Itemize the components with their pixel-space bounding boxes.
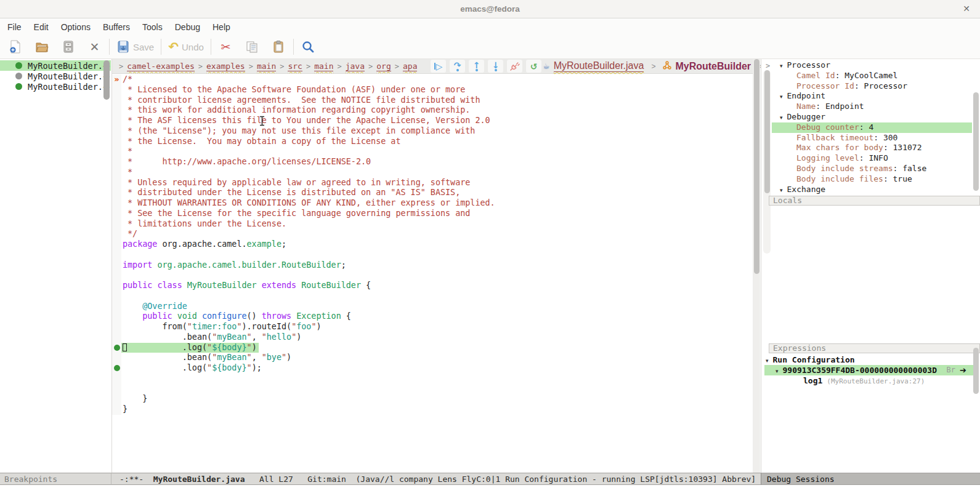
code-line-16[interactable]: */: [112, 229, 753, 239]
session-field-debug-counter[interactable]: Debug counter: 4: [772, 122, 972, 133]
expression-node-990913c359ff4db-000000000000003d[interactable]: ▾990913C359FF4DB-000000000000003DBr➔: [764, 365, 974, 375]
fringe[interactable]: [112, 291, 121, 302]
session-left-scrollbar[interactable]: [763, 70, 771, 254]
breadcrumb-item-src[interactable]: src: [288, 62, 302, 71]
code-line-18[interactable]: [112, 250, 753, 260]
breadcrumb-item-main[interactable]: main: [314, 62, 333, 71]
code-line-24[interactable]: public void configure() throws Exception…: [112, 311, 753, 322]
titlebar[interactable]: emacs@fedora ✕: [0, 0, 980, 18]
fringe[interactable]: [112, 311, 121, 322]
fringe[interactable]: [112, 85, 121, 95]
code-line-29[interactable]: .log("${body}");: [112, 363, 753, 374]
sidebar-scrollbar-thumb[interactable]: [103, 60, 110, 100]
menu-tools[interactable]: Tools: [136, 22, 169, 32]
code-line-28[interactable]: .bean("myBean", "bye"): [112, 353, 753, 363]
code-line-31[interactable]: [112, 384, 753, 395]
undo-button[interactable]: ↶ Undo: [163, 35, 209, 58]
code-line-6[interactable]: * (the "License"); you may not use this …: [112, 126, 753, 137]
code-line-23[interactable]: @Override: [112, 302, 753, 312]
debug-continue-icon[interactable]: ▷: [431, 60, 446, 73]
fringe[interactable]: [112, 353, 121, 363]
session-node-endpoint[interactable]: ▾Endpoint: [772, 91, 972, 102]
session-field-camel-id[interactable]: Camel Id: MyCoolCamel: [772, 71, 972, 81]
session-node-processor[interactable]: ▾Processor: [772, 60, 972, 71]
sidebar-scrollbar[interactable]: [103, 59, 110, 473]
close-buffer-icon[interactable]: ✕: [81, 35, 108, 58]
code-line-21[interactable]: public class MyRouteBuilder extends Rout…: [112, 281, 753, 291]
code-line-5[interactable]: * The ASF licenses this file to You unde…: [112, 116, 753, 126]
fringe[interactable]: [112, 302, 121, 312]
fringe[interactable]: [112, 137, 121, 147]
editor-modeline[interactable]: -:**- MyRouteBuilder.java All L27 Git:ma…: [111, 473, 761, 485]
debug-disconnect-icon[interactable]: [507, 60, 522, 73]
fringe[interactable]: [112, 146, 121, 157]
code-line-33[interactable]: }: [112, 404, 753, 415]
breadcrumb-item-examples[interactable]: examples: [206, 62, 245, 71]
fringe[interactable]: [112, 250, 121, 260]
menu-buffers[interactable]: Buffers: [97, 22, 136, 32]
breakpoint-row-1[interactable]: MyRouteBuilder.→: [0, 60, 111, 71]
breadcrumb-symbol[interactable]: MyRouteBuilder: [675, 61, 751, 72]
fringe[interactable]: [112, 198, 121, 209]
save-button[interactable]: Save: [111, 35, 160, 58]
breakpoints-modeline[interactable]: Breakpoints: [0, 473, 111, 485]
fringe[interactable]: [112, 384, 121, 395]
fringe[interactable]: [112, 260, 121, 271]
expand-triangle-icon[interactable]: ▾: [780, 94, 783, 100]
code-line-27[interactable]: .log("${body}"): [112, 343, 753, 353]
search-icon[interactable]: [295, 35, 322, 58]
open-folder-icon[interactable]: [28, 35, 55, 58]
fringe[interactable]: [112, 332, 121, 343]
code-line-8[interactable]: *: [112, 146, 753, 157]
session-field-body-include-streams[interactable]: Body include streams: false: [772, 164, 972, 174]
menu-edit[interactable]: Edit: [28, 22, 55, 32]
fringe[interactable]: »: [112, 74, 121, 85]
editor-scrollbar[interactable]: [753, 59, 760, 473]
debug-step-in-icon[interactable]: ↓: [488, 60, 503, 73]
breadcrumb-item-main[interactable]: main: [257, 62, 276, 71]
fringe[interactable]: [112, 394, 121, 404]
cut-icon[interactable]: ✂: [213, 35, 239, 58]
code-line-12[interactable]: * distributed under the License is distr…: [112, 188, 753, 198]
expand-triangle-icon[interactable]: ▾: [780, 187, 783, 193]
code-line-17[interactable]: package org.apache.camel.example;: [112, 239, 753, 250]
fringe[interactable]: [112, 209, 121, 219]
debug-step-out-icon[interactable]: ↑: [469, 60, 484, 73]
copy-icon[interactable]: [239, 35, 265, 58]
expand-triangle-icon[interactable]: ▾: [775, 368, 779, 374]
new-file-icon[interactable]: [2, 35, 28, 58]
fringe[interactable]: [112, 281, 121, 291]
editor-scrollbar-thumb[interactable]: [754, 59, 759, 274]
file-cabinet-icon[interactable]: [55, 35, 81, 58]
session-field-processor-id[interactable]: Processor Id: Processor: [772, 81, 972, 92]
code-line-2[interactable]: * Licensed to the Apache Software Founda…: [112, 85, 753, 95]
fringe[interactable]: [112, 270, 121, 281]
breakpoint-indicator[interactable]: [112, 363, 121, 374]
session-field-max-chars-for-body[interactable]: Max chars for body: 131072: [772, 143, 972, 153]
breadcrumb-item-camel-examples[interactable]: camel-examples: [127, 62, 195, 71]
expand-triangle-icon[interactable]: ▾: [766, 358, 769, 364]
code-line-19[interactable]: import org.apache.camel.builder.RouteBui…: [112, 260, 753, 271]
session-node-exchange[interactable]: ▾Exchange: [772, 185, 972, 195]
code-line-3[interactable]: * contributor license agreements. See th…: [112, 95, 753, 106]
breakpoint-row-2[interactable]: MyRouteBuilder.→: [0, 71, 111, 81]
code-line-4[interactable]: * this work for additional information r…: [112, 105, 753, 116]
fringe[interactable]: [112, 157, 121, 167]
breakpoint-indicator[interactable]: [112, 343, 121, 353]
menu-options[interactable]: Options: [55, 22, 97, 32]
close-icon[interactable]: ✕: [963, 0, 970, 18]
menu-file[interactable]: File: [1, 22, 28, 32]
session-field-fallback-timeout[interactable]: Fallback timeout: 300: [772, 133, 972, 143]
code-line-22[interactable]: [112, 291, 753, 302]
menu-debug[interactable]: Debug: [169, 22, 206, 32]
code-line-32[interactable]: }: [112, 394, 753, 404]
debug-step-over-icon[interactable]: ↷: [450, 60, 465, 73]
session-node-debugger[interactable]: ▾Debugger: [772, 112, 972, 122]
breadcrumb-item-org[interactable]: org: [376, 62, 391, 71]
fringe[interactable]: [112, 219, 121, 230]
code-line-26[interactable]: .bean("myBean", "hello"): [112, 332, 753, 343]
code-line-9[interactable]: * http://www.apache.org/licenses/LICENSE…: [112, 157, 753, 167]
menu-help[interactable]: Help: [206, 22, 237, 32]
paste-icon[interactable]: [265, 35, 292, 58]
fringe[interactable]: [112, 167, 121, 178]
